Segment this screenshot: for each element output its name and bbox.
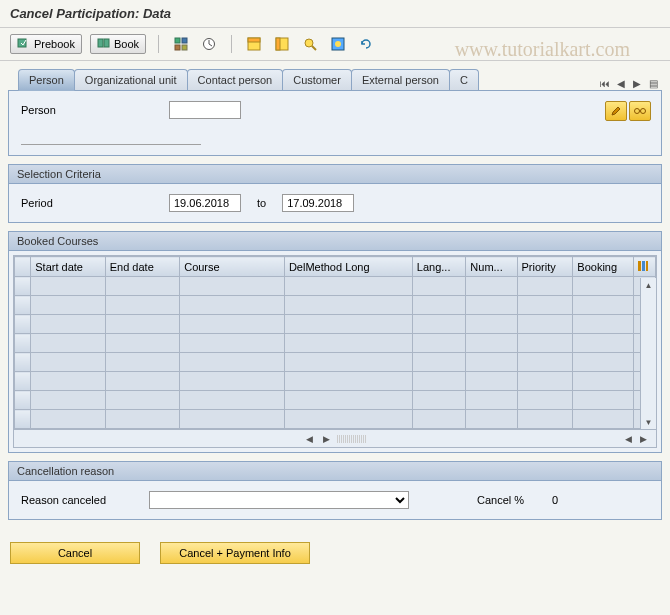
separator xyxy=(231,35,232,53)
reason-canceled-select[interactable] xyxy=(149,491,409,509)
period-label: Period xyxy=(21,197,161,209)
col-num[interactable]: Num... xyxy=(466,257,517,277)
svg-point-17 xyxy=(641,109,646,114)
title-bar: Cancel Participation: Data xyxy=(0,0,670,28)
svg-rect-11 xyxy=(276,38,280,50)
prebook-button[interactable]: Prebook xyxy=(10,34,82,54)
svg-rect-5 xyxy=(175,45,180,50)
period-from-input[interactable] xyxy=(169,194,241,212)
separator xyxy=(158,35,159,53)
scroll-up-icon[interactable]: ▲ xyxy=(641,278,656,292)
content-area: Person Organizational unit Contact perso… xyxy=(0,61,670,536)
col-start-date[interactable]: Start date xyxy=(31,257,105,277)
svg-rect-4 xyxy=(182,38,187,43)
cancellation-panel: Cancellation reason Reason canceled Canc… xyxy=(8,461,662,520)
table-row[interactable] xyxy=(15,410,656,429)
clock-icon[interactable] xyxy=(199,34,219,54)
cancel-pct-value: 0 xyxy=(552,494,558,506)
table-row[interactable] xyxy=(15,334,656,353)
svg-point-16 xyxy=(635,109,640,114)
tab-list-icon[interactable]: ▤ xyxy=(646,76,660,90)
person-name-display xyxy=(21,131,201,145)
svg-rect-3 xyxy=(175,38,180,43)
grid-icon[interactable] xyxy=(171,34,191,54)
tab-scroll-right-icon[interactable]: ▶ xyxy=(630,76,644,90)
vertical-scrollbar[interactable]: ▲ ▼ xyxy=(640,278,656,429)
scroll-left2-icon[interactable]: ◀ xyxy=(622,434,635,444)
person-input[interactable] xyxy=(169,101,241,119)
search-icon[interactable] xyxy=(300,34,320,54)
scroll-down-icon[interactable]: ▼ xyxy=(641,415,656,429)
col-end-date[interactable]: End date xyxy=(105,257,179,277)
courses-table-wrap: Start date End date Course DelMethod Lon… xyxy=(13,255,657,448)
page-title: Cancel Participation: Data xyxy=(10,6,660,21)
scroll-right2-icon[interactable]: ▶ xyxy=(637,434,650,444)
table-row[interactable] xyxy=(15,277,656,296)
svg-rect-9 xyxy=(248,38,260,42)
selection-criteria-title: Selection Criteria xyxy=(9,165,661,184)
toolbar: Prebook Book xyxy=(0,28,670,61)
col-delmethod[interactable]: DelMethod Long xyxy=(284,257,412,277)
table-row[interactable] xyxy=(15,372,656,391)
svg-rect-2 xyxy=(104,39,109,47)
row-selector-header xyxy=(15,257,31,277)
table-row[interactable] xyxy=(15,315,656,334)
cancel-payment-info-button[interactable]: Cancel + Payment Info xyxy=(160,542,310,564)
svg-rect-19 xyxy=(638,261,641,271)
tab-person[interactable]: Person xyxy=(18,69,75,91)
to-label: to xyxy=(257,197,266,209)
svg-point-15 xyxy=(335,41,341,47)
svg-rect-0 xyxy=(18,39,26,47)
period-to-input[interactable] xyxy=(282,194,354,212)
tab-external-person[interactable]: External person xyxy=(351,69,450,90)
svg-rect-6 xyxy=(182,45,187,50)
prebook-label: Prebook xyxy=(34,38,75,50)
svg-line-13 xyxy=(312,46,316,50)
cancel-pct-label: Cancel % xyxy=(477,494,524,506)
tab-scroll-first-icon[interactable]: ⏮ xyxy=(598,76,612,90)
book-icon xyxy=(97,37,111,51)
tab-contact-person[interactable]: Contact person xyxy=(187,69,284,90)
cancellation-title: Cancellation reason xyxy=(9,462,661,481)
scroll-left-icon[interactable]: ◀ xyxy=(303,434,316,444)
layout2-icon[interactable] xyxy=(272,34,292,54)
table-row[interactable] xyxy=(15,391,656,410)
tab-customer[interactable]: Customer xyxy=(282,69,352,90)
courses-table: Start date End date Course DelMethod Lon… xyxy=(14,256,656,429)
svg-rect-1 xyxy=(98,39,103,47)
layout3-icon[interactable] xyxy=(328,34,348,54)
table-row[interactable] xyxy=(15,353,656,372)
svg-rect-21 xyxy=(646,261,648,271)
scroll-right-icon[interactable]: ▶ xyxy=(320,434,333,444)
refresh-icon[interactable] xyxy=(356,34,376,54)
tab-org-unit[interactable]: Organizational unit xyxy=(74,69,188,90)
col-lang[interactable]: Lang... xyxy=(412,257,466,277)
tab-more[interactable]: C xyxy=(449,69,479,90)
svg-point-12 xyxy=(305,39,313,47)
glasses-button[interactable] xyxy=(629,101,651,121)
booked-courses-panel: Booked Courses Start date End date Cours… xyxy=(8,231,662,453)
booked-courses-title: Booked Courses xyxy=(9,232,661,251)
col-booking[interactable]: Booking xyxy=(573,257,633,277)
reason-canceled-label: Reason canceled xyxy=(21,494,141,506)
svg-rect-20 xyxy=(642,261,645,271)
scroll-thumb[interactable] xyxy=(337,435,367,443)
col-course[interactable]: Course xyxy=(180,257,285,277)
person-panel: Person xyxy=(8,90,662,156)
cancel-button[interactable]: Cancel xyxy=(10,542,140,564)
layout-icon[interactable] xyxy=(244,34,264,54)
action-bar: Cancel Cancel + Payment Info xyxy=(0,536,670,570)
book-label: Book xyxy=(114,38,139,50)
column-config-icon[interactable] xyxy=(633,257,655,277)
table-row[interactable] xyxy=(15,296,656,315)
selection-criteria-panel: Selection Criteria Period to xyxy=(8,164,662,223)
col-priority[interactable]: Priority xyxy=(517,257,573,277)
tab-scroll-left-icon[interactable]: ◀ xyxy=(614,76,628,90)
person-label: Person xyxy=(21,104,161,116)
prebook-icon xyxy=(17,37,31,51)
tab-scroll-controls: ⏮ ◀ ▶ ▤ xyxy=(598,76,662,90)
edit-pencil-button[interactable] xyxy=(605,101,627,121)
tab-strip: Person Organizational unit Contact perso… xyxy=(8,69,662,90)
horizontal-scrollbar[interactable]: ◀ ▶ ◀ ▶ xyxy=(14,429,656,447)
book-button[interactable]: Book xyxy=(90,34,146,54)
